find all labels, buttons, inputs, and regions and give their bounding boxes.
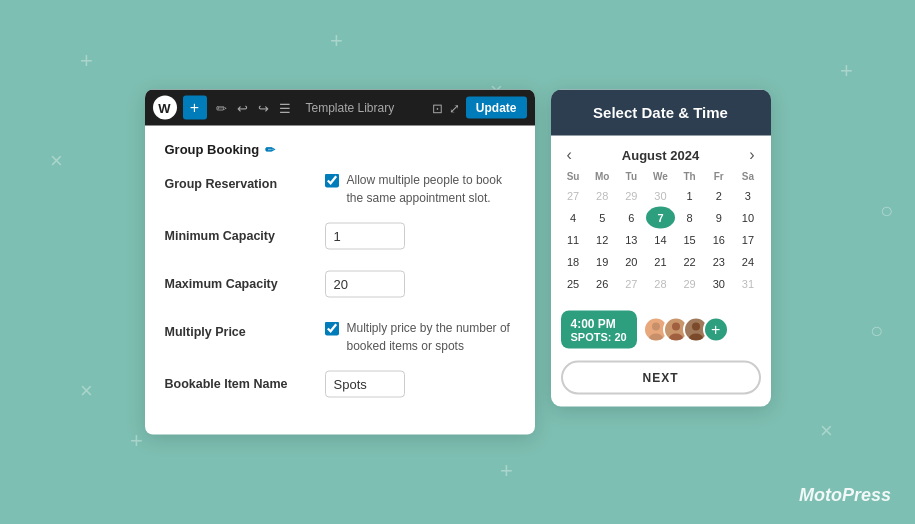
minimum-capacity-row: Minimum Capacity [165,223,515,255]
redo-icon[interactable]: ↪ [255,98,272,117]
cal-day[interactable]: 28 [588,185,617,207]
svg-point-5 [689,334,703,341]
calendar-header: Select Date & Time [551,90,771,136]
svg-point-3 [669,334,683,341]
add-avatar-button[interactable]: + [703,317,729,343]
svg-point-0 [652,323,660,331]
cal-day[interactable]: 14 [646,229,675,251]
multiply-price-row: Multiply Price Multiply price by the num… [165,319,515,355]
week-5: 25 26 27 28 29 30 31 [559,273,763,295]
prev-month-button[interactable]: ‹ [563,146,576,164]
undo-icon[interactable]: ↩ [234,98,251,117]
cal-day[interactable]: 9 [704,207,733,229]
update-button[interactable]: Update [466,97,527,119]
cal-day[interactable]: 27 [617,273,646,295]
day-header-fr: Fr [704,168,733,185]
cal-day[interactable]: 28 [646,273,675,295]
cal-day[interactable]: 6 [617,207,646,229]
cal-day[interactable]: 13 [617,229,646,251]
cal-day[interactable]: 24 [733,251,762,273]
next-button[interactable]: NEXT [561,361,761,395]
cal-day[interactable]: 8 [675,207,704,229]
list-view-icon[interactable]: ☰ [276,98,294,117]
day-header-mo: Mo [588,168,617,185]
toolbar-icons: ✏ ↩ ↪ ☰ [213,98,294,117]
cal-day[interactable]: 26 [588,273,617,295]
day-header-tu: Tu [617,168,646,185]
multiply-price-label: Multiply Price [165,319,325,339]
calendar-header-title: Select Date & Time [593,104,728,121]
multiply-price-checkbox[interactable] [325,322,339,336]
minimum-capacity-label: Minimum Capacity [165,223,325,243]
toolbar-right: ⊡ ⤢ Update [432,97,527,119]
wp-content: Group Booking ✏ Group Reservation Allow … [145,126,535,435]
svg-point-2 [672,323,680,331]
wp-toolbar: W + ✏ ↩ ↪ ☰ Template Library ⊡ ⤢ Update [145,90,535,126]
add-block-button[interactable]: + [183,96,207,120]
cal-day[interactable]: 23 [704,251,733,273]
day-header-we: We [646,168,675,185]
cal-day[interactable]: 10 [733,207,762,229]
cal-day[interactable]: 30 [704,273,733,295]
calendar-grid: Su Mo Tu We Th Fr Sa 27 28 29 30 1 2 3 4 [551,168,771,303]
week-4: 18 19 20 21 22 23 24 [559,251,763,273]
time-slot-button[interactable]: 4:00 PM SPOTS: 20 [561,311,637,349]
time-slot-time: 4:00 PM [571,317,627,331]
wp-editor-panel: W + ✏ ↩ ↪ ☰ Template Library ⊡ ⤢ Update … [145,90,535,435]
maximum-capacity-control [325,271,515,298]
svg-point-1 [649,334,663,341]
cal-day[interactable]: 22 [675,251,704,273]
bookable-item-name-control [325,371,515,398]
day-headers-row: Su Mo Tu We Th Fr Sa [559,168,763,185]
svg-point-4 [692,323,700,331]
maximum-capacity-label: Maximum Capacity [165,271,325,291]
calendar-nav: ‹ August 2024 › [551,136,771,168]
week-2: 4 5 6 7 8 9 10 [559,207,763,229]
preview-icon[interactable]: ⊡ [432,100,443,115]
time-slot-spots: SPOTS: 20 [571,331,627,343]
group-reservation-row: Group Reservation Allow multiple people … [165,171,515,207]
group-reservation-label: Group Reservation [165,171,325,191]
group-reservation-desc: Allow multiple people to book the same a… [347,171,515,207]
cal-day[interactable]: 21 [646,251,675,273]
bookable-item-name-input[interactable] [325,371,405,398]
external-link-icon[interactable]: ⤢ [449,100,460,115]
cal-day[interactable]: 15 [675,229,704,251]
cal-day[interactable]: 5 [588,207,617,229]
cal-day[interactable]: 27 [559,185,588,207]
day-header-th: Th [675,168,704,185]
cal-day[interactable]: 11 [559,229,588,251]
cal-day[interactable]: 17 [733,229,762,251]
cal-day[interactable]: 29 [617,185,646,207]
cal-day[interactable]: 1 [675,185,704,207]
cal-day[interactable]: 30 [646,185,675,207]
title-edit-icon[interactable]: ✏ [265,142,275,156]
cal-day[interactable]: 25 [559,273,588,295]
cal-day[interactable]: 18 [559,251,588,273]
next-month-button[interactable]: › [745,146,758,164]
cal-day[interactable]: 4 [559,207,588,229]
cal-day[interactable]: 19 [588,251,617,273]
calendar-panel: Select Date & Time ‹ August 2024 › Su Mo… [551,90,771,407]
page-title: Group Booking ✏ [165,142,515,157]
maximum-capacity-row: Maximum Capacity [165,271,515,303]
cal-day[interactable]: 12 [588,229,617,251]
minimum-capacity-control [325,223,515,250]
cal-day[interactable]: 16 [704,229,733,251]
cal-day-selected[interactable]: 7 [646,207,675,229]
maximum-capacity-input[interactable] [325,271,405,298]
cal-day[interactable]: 31 [733,273,762,295]
cal-day[interactable]: 2 [704,185,733,207]
group-reservation-control: Allow multiple people to book the same a… [325,171,515,207]
cal-day[interactable]: 3 [733,185,762,207]
minimum-capacity-input[interactable] [325,223,405,250]
day-header-sa: Sa [733,168,762,185]
bookable-item-name-row: Bookable Item Name [165,371,515,403]
cal-day[interactable]: 20 [617,251,646,273]
cal-day[interactable]: 29 [675,273,704,295]
week-3: 11 12 13 14 15 16 17 [559,229,763,251]
edit-icon[interactable]: ✏ [213,98,230,117]
group-reservation-checkbox[interactable] [325,174,339,188]
time-slot-avatars: + [643,317,729,343]
day-header-su: Su [559,168,588,185]
